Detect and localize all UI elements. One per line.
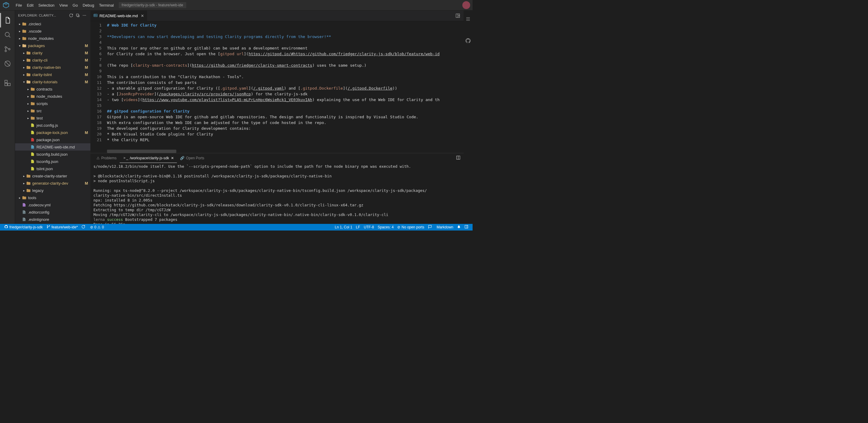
folder-icon <box>22 22 27 26</box>
menu-debug[interactable]: Debug <box>80 3 96 7</box>
tree-item[interactable]: ▾packagesM <box>15 42 90 49</box>
editor-body[interactable]: 123456789101112131415161718192021 # Web … <box>90 21 464 153</box>
close-icon[interactable]: ✕ <box>171 156 174 160</box>
chevron-down-icon[interactable]: ▾ <box>18 44 22 47</box>
refresh-icon[interactable] <box>68 12 74 19</box>
chevron-right-icon[interactable]: ▸ <box>26 102 30 105</box>
status-repo[interactable]: friedger/clarity-js-sdk <box>2 225 44 230</box>
search-activity[interactable] <box>0 27 15 42</box>
menu-file[interactable]: File <box>13 3 24 7</box>
file-tree[interactable]: ▸.circleci▸.vscode▸node_modules▾packages… <box>15 20 90 224</box>
tree-item-label: packages <box>28 44 84 48</box>
status-errors[interactable]: ⊘0 ⚠0 <box>88 225 106 229</box>
extensions-activity[interactable] <box>0 76 15 90</box>
terminal-tab[interactable]: ＞_/workspace/clarity-js-sdk✕ <box>120 153 177 163</box>
chevron-right-icon[interactable]: ▸ <box>26 109 30 113</box>
menu-edit[interactable]: Edit <box>24 3 36 7</box>
status-indent[interactable]: Spaces: 4 <box>376 225 396 229</box>
status-branch[interactable]: feature/web-ide* <box>44 225 80 230</box>
openports-tab[interactable]: 🔗Open Ports <box>177 153 207 163</box>
tree-item[interactable]: ▸generator-clarity-devM <box>15 179 90 187</box>
tree-item[interactable]: ▸clarity-native-binM <box>15 64 90 71</box>
tree-item[interactable]: README-web-ide.md <box>15 143 90 150</box>
status-position[interactable]: Ln 1, Col 1 <box>333 225 354 229</box>
chevron-right-icon[interactable]: ▸ <box>22 66 26 69</box>
folder-icon <box>26 173 31 178</box>
status-bell[interactable] <box>455 225 463 230</box>
chevron-down-icon[interactable]: ▾ <box>22 80 26 84</box>
status-sync[interactable] <box>80 225 88 230</box>
menu-go[interactable]: Go <box>70 3 80 7</box>
tree-item[interactable]: ▸clarity-tslintM <box>15 71 90 78</box>
tree-item[interactable]: ▸contracts <box>15 85 90 93</box>
tree-item[interactable]: ▸tools <box>15 194 90 201</box>
status-encoding[interactable]: UTF-8 <box>362 225 376 229</box>
status-eol[interactable]: LF <box>354 225 362 229</box>
chevron-right-icon[interactable]: ▸ <box>22 181 26 185</box>
svg-point-5 <box>8 49 10 50</box>
status-feedback[interactable] <box>426 225 435 230</box>
scm-activity[interactable] <box>0 42 15 56</box>
chevron-right-icon[interactable]: ▸ <box>22 59 26 62</box>
noports-icon: ⊘ <box>397 225 400 229</box>
close-icon[interactable]: ✕ <box>141 13 144 18</box>
tree-item[interactable]: ▸clarity-cliM <box>15 56 90 64</box>
tree-item[interactable]: ▸src <box>15 107 90 114</box>
tab-readme[interactable]: README-web-ide.md ✕ <box>90 10 147 21</box>
more-icon[interactable] <box>82 12 87 19</box>
tree-item[interactable]: ▸scripts <box>15 100 90 107</box>
tree-item[interactable]: ▾clarity-tutorialsM <box>15 78 90 85</box>
chevron-right-icon[interactable]: ▸ <box>26 116 30 120</box>
tree-item[interactable]: jest.config.js <box>15 121 90 129</box>
tree-item[interactable]: ▸.vscode <box>15 27 90 35</box>
tree-item[interactable]: ▸clarityM <box>15 49 90 56</box>
tree-item[interactable]: ▸.circleci <box>15 20 90 27</box>
problems-tab[interactable]: ⚠Problems <box>93 153 120 163</box>
chevron-right-icon[interactable]: ▸ <box>22 174 26 178</box>
split-terminal-icon[interactable] <box>456 156 461 161</box>
horizontal-scrollbar[interactable] <box>107 150 176 153</box>
tree-item[interactable]: .editorconfig <box>15 208 90 216</box>
tree-item[interactable]: .codecov.yml <box>15 201 90 208</box>
github-icon[interactable] <box>464 37 472 44</box>
code-content[interactable]: # Web IDE for Clarity **Developers can n… <box>107 21 464 153</box>
tree-item[interactable]: package-lock.jsonM <box>15 129 90 136</box>
tree-item[interactable]: tslint.json <box>15 165 90 172</box>
status-ports[interactable]: ⊘No open ports <box>396 225 426 229</box>
tree-item[interactable]: ▸node_modules <box>15 93 90 100</box>
status-language[interactable]: Markdown <box>435 225 455 229</box>
folder-icon <box>30 101 35 106</box>
chevron-right-icon[interactable]: ▸ <box>26 95 30 98</box>
tree-item[interactable]: ▸legacy <box>15 187 90 194</box>
chevron-right-icon[interactable]: ▸ <box>22 73 26 76</box>
chevron-right-icon[interactable]: ▸ <box>18 22 22 26</box>
tree-item[interactable]: package.json <box>15 136 90 143</box>
menu-view[interactable]: View <box>57 3 70 7</box>
menu-selection[interactable]: Selection <box>36 3 57 7</box>
chevron-right-icon[interactable]: ▸ <box>18 30 22 33</box>
chevron-right-icon[interactable]: ▸ <box>26 87 30 91</box>
tree-item-label: .editorconfig <box>28 210 88 215</box>
tree-item-label: README-web-ide.md <box>36 145 88 149</box>
tree-item[interactable]: ▸node_modules <box>15 35 90 42</box>
tree-item[interactable]: .eslintignore <box>15 216 90 223</box>
chevron-right-icon[interactable]: ▸ <box>18 196 22 199</box>
explorer-activity[interactable] <box>0 13 15 27</box>
terminal-output[interactable]: s/node/v12.18.2/bin/node itself. Use the… <box>90 163 464 224</box>
tree-item-label: package.json <box>36 138 88 142</box>
debug-activity[interactable] <box>0 56 15 71</box>
preview-icon[interactable] <box>453 11 462 20</box>
tree-item[interactable]: ▸create-clarity-starter <box>15 172 90 179</box>
chevron-right-icon[interactable]: ▸ <box>22 51 26 55</box>
user-avatar[interactable] <box>462 1 470 9</box>
tree-item[interactable]: tsconfig.json <box>15 158 90 165</box>
outline-icon[interactable] <box>464 16 472 23</box>
status-layout[interactable] <box>463 225 470 230</box>
menu-terminal[interactable]: Terminal <box>96 3 116 7</box>
collapse-all-icon[interactable] <box>75 12 81 19</box>
chevron-right-icon[interactable]: ▸ <box>22 189 26 192</box>
tree-item[interactable]: ▸test <box>15 114 90 121</box>
tree-item[interactable]: tsconfig.build.json <box>15 150 90 158</box>
tree-item-label: test <box>36 116 88 120</box>
chevron-right-icon[interactable]: ▸ <box>18 37 22 40</box>
